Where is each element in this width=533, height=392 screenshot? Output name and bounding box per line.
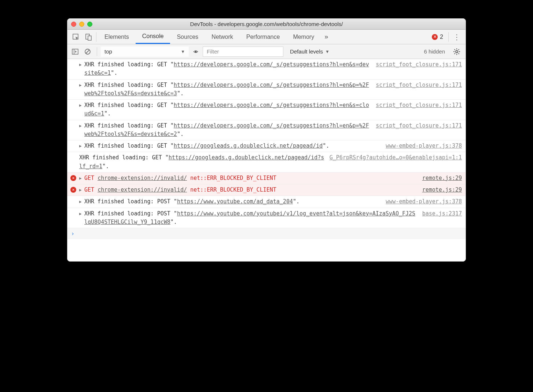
log-message: XHR finished loading: GET "https://googl… [79,154,325,171]
titlebar: DevTools - developers.google.com/web/too… [67,19,466,30]
tab-memory[interactable]: Memory [286,30,321,44]
disclosure-triangle-icon[interactable]: ▶ [79,62,82,68]
console-xhr-row[interactable]: ▶XHR finished loading: POST "https://www… [67,196,466,208]
gear-icon[interactable] [450,48,463,55]
error-status: net::ERR_BLOCKED_BY_CLIENT [187,186,276,193]
log-levels-select[interactable]: Default levels ▼ [285,48,335,55]
request-url[interactable]: https://www.youtube.com/youtubei/v1/log_… [84,210,415,225]
request-url[interactable]: https://googleads.g.doubleclick.net/page… [79,154,324,169]
console-xhr-row[interactable]: ▶XHR finished loading: GET "https://deve… [67,79,466,100]
http-method: GET [84,186,98,193]
context-value: top [104,48,112,55]
error-icon: ✕ [432,34,438,40]
svg-line-14 [458,53,459,54]
device-toggle-icon[interactable] [82,30,95,44]
hidden-count[interactable]: 6 hidden [420,48,449,55]
log-message: XHR finished loading: GET "https://devel… [84,101,371,118]
request-url[interactable]: chrome-extension://invalid/ [98,175,187,181]
tabs-overflow[interactable]: » [321,33,332,41]
log-message: XHR finished loading: GET "https://devel… [84,122,371,139]
divider [96,32,96,42]
inspect-icon[interactable] [70,30,82,44]
disclosure-triangle-icon[interactable]: ▶ [79,102,82,108]
console-prompt[interactable]: › [67,228,466,239]
kebab-menu-icon[interactable]: ⋮ [450,33,463,41]
source-link[interactable]: remote.js:29 [418,174,462,182]
console-toolbar: top ▼ Default levels ▼ 6 hidden [67,44,466,59]
source-link[interactable]: script_foot_closure.js:171 [371,122,462,139]
devtools-tabbar: ElementsConsoleSourcesNetworkPerformance… [67,30,466,44]
svg-line-16 [458,49,459,50]
chevron-down-icon: ▼ [181,49,185,54]
disclosure-triangle-icon[interactable]: ▶ [79,187,82,193]
log-message: XHR finished loading: POST "https://www.… [84,197,381,206]
log-message: XHR finished loading: GET "https://devel… [84,81,371,98]
tab-elements[interactable]: Elements [98,30,136,44]
request-url[interactable]: https://developers.google.com/_s/getsugg… [84,122,369,137]
tab-network[interactable]: Network [205,30,240,44]
svg-rect-2 [88,36,91,40]
close-icon[interactable] [71,22,76,27]
console-xhr-row[interactable]: XHR finished loading: GET "https://googl… [67,152,466,173]
clear-console-icon[interactable] [82,46,93,57]
svg-point-7 [195,51,196,52]
log-message: GET chrome-extension://invalid/ net::ERR… [84,186,418,194]
zoom-icon[interactable] [87,22,92,27]
console-xhr-row[interactable]: ▶XHR finished loading: GET "https://deve… [67,100,466,120]
console-xhr-row[interactable]: ▶XHR finished loading: GET "https://goog… [67,140,466,152]
request-url[interactable]: https://www.youtube.com/ad_data_204 [177,198,293,205]
source-link[interactable]: www-embed-player.js:378 [381,142,462,150]
disclosure-triangle-icon[interactable]: ▶ [79,199,82,205]
filter-input[interactable] [203,47,283,57]
svg-point-8 [456,51,458,53]
console-xhr-row[interactable]: ▶XHR finished loading: GET "https://deve… [67,59,466,79]
log-message: XHR finished loading: GET "https://devel… [84,60,371,78]
disclosure-triangle-icon[interactable]: ▶ [79,82,82,88]
svg-line-6 [86,50,89,53]
console-empty-space [67,239,466,261]
chevron-down-icon: ▼ [325,49,330,54]
source-link[interactable]: script_foot_closure.js:171 [371,101,462,118]
console-log: ▶XHR finished loading: GET "https://deve… [67,59,466,228]
levels-value: Default levels [290,48,323,55]
request-url[interactable]: https://developers.google.com/_s/getsugg… [84,102,369,117]
disclosure-triangle-icon[interactable]: ▶ [79,211,82,217]
error-icon: ✕ [70,187,76,193]
live-expression-icon[interactable] [190,46,201,57]
request-url[interactable]: https://googleads.g.doubleclick.net/page… [174,143,323,149]
svg-line-13 [455,49,455,50]
prompt-chevron-icon: › [71,230,74,237]
error-icon: ✕ [70,175,76,181]
disclosure-triangle-icon[interactable]: ▶ [79,123,82,129]
console-xhr-row[interactable]: ▶XHR finished loading: POST "https://www… [67,208,466,229]
window-title: DevTools - developers.google.com/web/too… [67,21,466,27]
sidebar-toggle-icon[interactable] [70,46,81,57]
console-xhr-row[interactable]: ▶XHR finished loading: GET "https://deve… [67,120,466,141]
error-count-badge[interactable]: ✕ 2 [428,34,447,40]
tab-console[interactable]: Console [136,30,170,44]
error-status: net::ERR_BLOCKED_BY_CLIENT [187,175,276,181]
console-error-row[interactable]: ✕▶GET chrome-extension://invalid/ net::E… [67,173,466,184]
tab-sources[interactable]: Sources [170,30,205,44]
request-url[interactable]: https://developers.google.com/_s/getsugg… [84,61,369,76]
console-error-row[interactable]: ✕▶GET chrome-extension://invalid/ net::E… [67,184,466,196]
source-link[interactable]: base.js:2317 [418,210,462,227]
source-link[interactable]: www-embed-player.js:378 [381,197,462,206]
log-message: XHR finished loading: POST "https://www.… [84,210,418,227]
divider [448,32,449,42]
traffic-lights [71,22,92,27]
svg-line-15 [455,53,455,54]
log-message: XHR finished loading: GET "https://googl… [84,142,381,150]
divider [97,47,97,56]
request-url[interactable]: https://developers.google.com/_s/getsugg… [84,82,369,97]
disclosure-triangle-icon[interactable]: ▶ [79,143,82,149]
disclosure-triangle-icon[interactable]: ▶ [79,175,82,181]
source-link[interactable]: script_foot_closure.js:171 [371,60,462,78]
context-select[interactable]: top ▼ [101,47,189,57]
minimize-icon[interactable] [79,22,84,27]
source-link[interactable]: script_foot_closure.js:171 [371,81,462,98]
source-link[interactable]: remote.js:29 [418,186,462,194]
request-url[interactable]: chrome-extension://invalid/ [98,186,187,193]
source-link[interactable]: G_P6rpRSr4g?autohide…o=0&enablejsapi=1:1 [325,154,462,171]
tab-performance[interactable]: Performance [240,30,287,44]
